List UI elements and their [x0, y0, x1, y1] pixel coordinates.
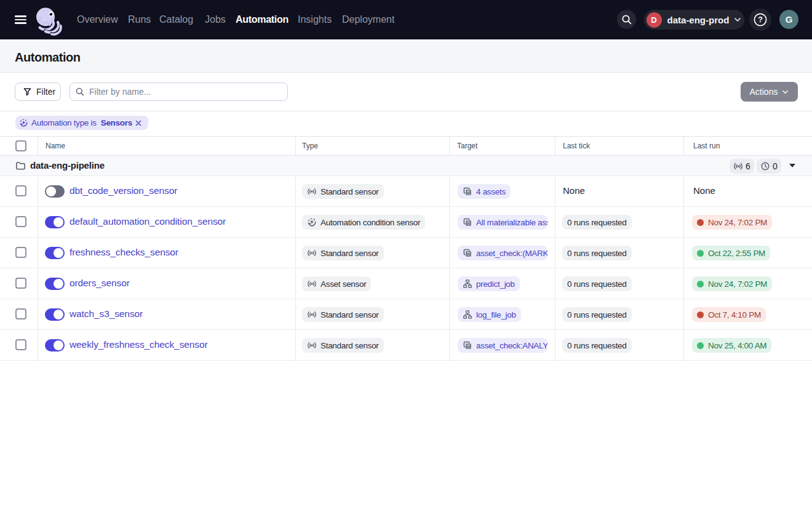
svg-text:?: ?	[758, 15, 763, 24]
